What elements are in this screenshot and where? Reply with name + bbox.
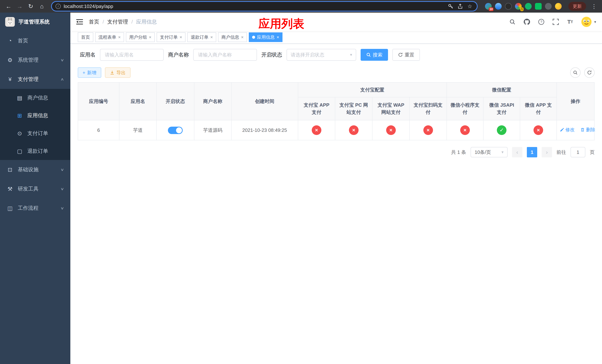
delete-link[interactable]: 删除 [580, 126, 595, 133]
briefcase-icon: ◫ [7, 205, 13, 212]
status-select[interactable]: 请选择开启状态 ▾ [287, 49, 356, 61]
search-button[interactable]: 搜索 [361, 49, 388, 61]
breadcrumb-home[interactable]: 首页 [89, 18, 99, 25]
export-button[interactable]: 导出 [105, 67, 130, 78]
site-info-icon[interactable]: i [55, 4, 61, 9]
sidebar-item-devtools[interactable]: ⚒ 研发工具 ∨ [0, 179, 70, 198]
font-size-icon[interactable]: TT [567, 18, 574, 26]
merchant-name-input[interactable] [193, 49, 257, 61]
col-alipay-qr: 支付宝扫码支付 [409, 97, 447, 120]
tab-close-icon[interactable]: × [118, 35, 121, 39]
goto-suffix-label: 页 [590, 149, 595, 156]
extension-icon-8[interactable] [555, 3, 562, 10]
extension-icon-1[interactable]: 10 [485, 3, 492, 10]
show-search-button[interactable] [570, 67, 580, 78]
extension-icon-3[interactable] [505, 3, 512, 10]
tab-close-icon[interactable]: × [277, 35, 279, 39]
user-menu[interactable]: ▾ [581, 16, 596, 27]
goto-page-input[interactable] [570, 147, 585, 157]
add-button[interactable]: + 新增 [78, 67, 101, 78]
tab-refund-order[interactable]: 退款订单 × [187, 32, 216, 42]
extension-icon-7[interactable] [545, 3, 552, 10]
wechat-mini-status-icon: × [460, 125, 470, 135]
tab-pay-order[interactable]: 支付订单 × [157, 32, 185, 42]
tab-close-icon[interactable]: × [149, 35, 151, 39]
sidebar-item-payment[interactable]: ¥ 支付管理 ∧ [0, 70, 70, 89]
cell-created: 2021-10-23 08:49:25 [231, 120, 298, 140]
browser-menu-icon[interactable]: ⋮ [590, 3, 598, 10]
sidebar-item-pay-order[interactable]: ⊙ 支付订单 [0, 124, 70, 142]
share-icon[interactable] [457, 3, 463, 10]
extension-icon-2[interactable] [495, 3, 502, 10]
extensions-strip: 10 1 [482, 3, 565, 10]
svg-text:?: ? [540, 20, 542, 24]
url-text[interactable]: localhost:1024/pay/app [64, 3, 113, 9]
cell-status [156, 120, 194, 140]
github-icon[interactable] [523, 18, 531, 26]
sidebar-item-merchant-info[interactable]: ▤ 商户信息 [0, 89, 70, 107]
tab-close-icon[interactable]: × [180, 35, 182, 39]
col-actions: 操作 [557, 82, 594, 120]
col-alipay-pc: 支付宝 PC 网站支付 [335, 97, 372, 120]
sidebar-item-workflow[interactable]: ◫ 工作流程 ∨ [0, 198, 70, 218]
status-toggle[interactable] [168, 127, 183, 134]
tab-user-group[interactable]: 用户分组 × [126, 32, 155, 42]
extension-badge: 1 [520, 7, 524, 11]
edit-link[interactable]: 修改 [560, 126, 575, 133]
chevron-down-icon: ∨ [60, 58, 64, 62]
sidebar-item-system[interactable]: ⚙ 系统管理 ∨ [0, 50, 70, 70]
logo-bunny-icon [5, 17, 15, 27]
extension-icon-6[interactable] [535, 3, 542, 10]
sidebar-item-app-info[interactable]: ⊞ 应用信息 [0, 107, 70, 124]
sidebar-item-infrastructure[interactable]: ⊡ 基础设施 ∨ [0, 160, 70, 179]
search-icon[interactable] [509, 18, 516, 26]
sidebar-item-refund-order[interactable]: ▢ 退款订单 [0, 142, 70, 160]
reload-icon[interactable]: ↻ [26, 1, 35, 11]
tab-merchant-info[interactable]: 商户信息 × [218, 32, 247, 42]
app-logo: 芋道管理系统 [0, 13, 70, 31]
sidebar-item-home[interactable]: ◔ 首页 [0, 31, 70, 50]
tab-process-form[interactable]: 流程表单 × [95, 32, 124, 42]
dashboard-icon: ◔ [7, 38, 13, 44]
breadcrumb-current: 应用信息 [136, 18, 157, 25]
app-name-input[interactable] [100, 49, 164, 61]
tools-icon: ⚒ [7, 186, 13, 192]
payment-submenu: ▤ 商户信息 ⊞ 应用信息 ⊙ 支付订单 ▢ 退款订单 [0, 89, 70, 160]
tab-close-icon[interactable]: × [210, 35, 213, 39]
filter-form: 应用名 商户名称 开启状态 请选择开启状态 ▾ 搜索 重置 [80, 49, 595, 61]
alipay-qr-status-icon: × [423, 125, 433, 135]
current-page-button[interactable]: 1 [527, 147, 537, 157]
tab-app-info[interactable]: 应用信息 × [249, 32, 282, 42]
refresh-table-button[interactable] [584, 67, 595, 78]
reset-button[interactable]: 重置 [392, 49, 420, 61]
home-icon[interactable]: ⌂ [37, 1, 47, 11]
tab-close-icon[interactable]: × [241, 35, 244, 39]
cell-actions: 修改 删除 [557, 120, 594, 140]
col-created: 创建时间 [231, 82, 298, 120]
wechat-jsapi-status-icon: ✓ [497, 125, 506, 135]
extension-icon-5[interactable] [525, 3, 532, 10]
col-wechat-mini: 微信小程序支付 [447, 97, 483, 120]
table-row: 6 芋道 芋道源码 2021-10-23 08:49:25 × × × [78, 120, 594, 140]
tab-home[interactable]: 首页 [78, 32, 93, 42]
help-icon[interactable]: ? [538, 18, 545, 26]
search-icon [366, 52, 371, 57]
bookmark-star-icon[interactable]: ☆ [466, 3, 473, 10]
app-name-label: 应用名 [80, 51, 96, 58]
collapse-menu-icon[interactable] [76, 19, 83, 24]
breadcrumb-payment[interactable]: 支付管理 [107, 18, 128, 25]
password-key-icon[interactable] [447, 3, 454, 10]
search-icon [573, 70, 578, 75]
address-bar[interactable]: i localhost:1024/pay/app ☆ [51, 1, 478, 11]
browser-update-button[interactable]: 更新 [568, 2, 586, 11]
monitor-icon: ⊡ [7, 166, 13, 173]
extension-icon-4[interactable]: 1 [515, 3, 522, 10]
back-icon[interactable]: ← [4, 1, 13, 11]
cell-merchant: 芋道源码 [194, 120, 231, 140]
forward-icon[interactable]: → [15, 1, 24, 11]
page-size-select[interactable]: 10条/页 ▾ [471, 147, 508, 157]
prev-page-button[interactable]: ‹ [512, 147, 522, 157]
chevron-down-icon: ▾ [350, 52, 352, 57]
fullscreen-icon[interactable] [552, 18, 559, 26]
next-page-button[interactable]: › [542, 147, 552, 157]
